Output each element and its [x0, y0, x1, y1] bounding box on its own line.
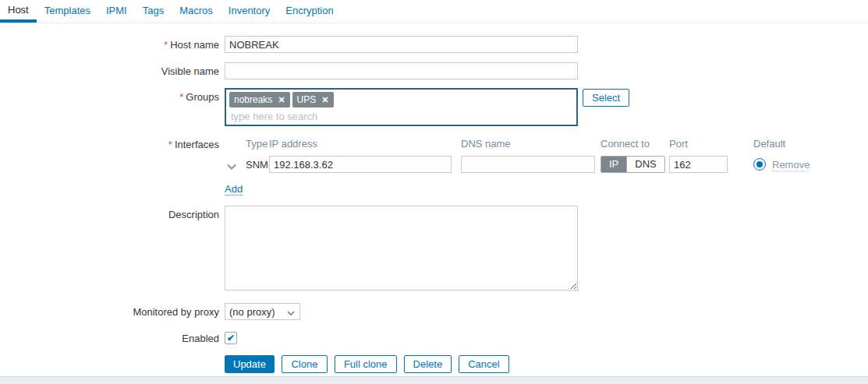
required-asterisk: *	[168, 139, 172, 150]
interfaces-header: Type IP address DNS name Connect to Port…	[225, 138, 841, 150]
host-name-row: *Host name	[0, 36, 868, 53]
connect-to-ip-option[interactable]: IP	[601, 157, 627, 172]
host-name-input[interactable]	[225, 36, 578, 53]
host-name-label: *Host name	[0, 36, 225, 51]
col-connect-header: Connect to	[601, 138, 650, 150]
interface-port-input[interactable]	[669, 156, 728, 173]
interface-ip-input[interactable]	[269, 156, 452, 173]
chip-close-icon[interactable]: ✕	[321, 95, 328, 105]
cancel-button[interactable]: Cancel	[459, 355, 508, 373]
proxy-row: Monitored by proxy (no proxy)	[0, 303, 868, 320]
tab-ipmi[interactable]: IPMI	[98, 0, 135, 23]
enabled-checkbox[interactable]: ✔	[225, 332, 237, 344]
groups-select-button[interactable]: Select	[583, 89, 629, 107]
proxy-select[interactable]: (no proxy)	[225, 303, 300, 320]
footer-bar	[0, 376, 868, 384]
visible-name-row: Visible name	[0, 62, 868, 79]
update-button[interactable]: Update	[225, 355, 275, 373]
groups-row: *Groups nobreaks ✕ UPS ✕ type here to se…	[0, 88, 868, 126]
tab-host[interactable]: Host	[0, 0, 37, 23]
enabled-row: Enabled ✔	[0, 332, 868, 344]
groups-search-placeholder[interactable]: type here to search	[229, 108, 573, 123]
connect-to-toggle: IP DNS	[601, 156, 665, 173]
tab-macros[interactable]: Macros	[172, 0, 221, 23]
interfaces-label: *Interfaces	[0, 138, 225, 150]
groups-label: *Groups	[0, 88, 225, 103]
col-dns-header: DNS name	[461, 138, 511, 150]
host-form: *Host name Visible name *Groups nobreaks…	[0, 36, 868, 373]
interface-remove-link[interactable]: Remove	[772, 159, 810, 171]
interfaces-row: *Interfaces Type IP address DNS name Con…	[0, 138, 868, 196]
tab-encryption[interactable]: Encryption	[278, 0, 341, 23]
tab-tags[interactable]: Tags	[135, 0, 172, 23]
interface-dns-input[interactable]	[461, 156, 595, 173]
visible-name-label: Visible name	[0, 62, 225, 77]
col-type-header: Type	[246, 138, 267, 150]
tab-templates[interactable]: Templates	[37, 0, 98, 23]
group-chip: nobreaks ✕	[229, 92, 290, 107]
clone-button[interactable]: Clone	[282, 355, 328, 373]
required-asterisk: *	[164, 39, 168, 51]
tab-inventory[interactable]: Inventory	[221, 0, 278, 23]
description-textarea[interactable]	[225, 206, 578, 291]
host-config-tabbar: Host Templates IPMI Tags Macros Inventor…	[0, 0, 868, 23]
group-chip: UPS ✕	[292, 92, 334, 107]
default-radio[interactable]	[753, 158, 766, 171]
full-clone-button[interactable]: Full clone	[335, 355, 397, 373]
description-row: Description	[0, 206, 868, 291]
enabled-label: Enabled	[0, 332, 225, 344]
proxy-select-value: (no proxy)	[229, 306, 275, 318]
col-port-header: Port	[669, 138, 688, 150]
required-asterisk: *	[179, 91, 183, 103]
col-ip-header: IP address	[269, 138, 317, 150]
visible-name-input[interactable]	[225, 62, 578, 79]
chip-close-icon[interactable]: ✕	[278, 95, 285, 105]
proxy-label: Monitored by proxy	[0, 303, 225, 318]
col-default-header: Default	[753, 138, 785, 150]
description-label: Description	[0, 206, 225, 220]
connect-to-dns-option[interactable]: DNS	[627, 157, 664, 172]
footer-buttons-row: Update Clone Full clone Delete Cancel	[0, 355, 868, 373]
delete-button[interactable]: Delete	[404, 355, 452, 373]
chevron-down-icon[interactable]	[226, 160, 237, 172]
groups-chips: nobreaks ✕ UPS ✕	[229, 91, 573, 108]
interface-row: SNMP IP DNS Remove	[225, 156, 841, 174]
groups-multiselect[interactable]: nobreaks ✕ UPS ✕ type here to search	[225, 88, 578, 126]
chevron-down-icon	[287, 306, 295, 318]
interface-add-link[interactable]: Add	[225, 183, 243, 196]
